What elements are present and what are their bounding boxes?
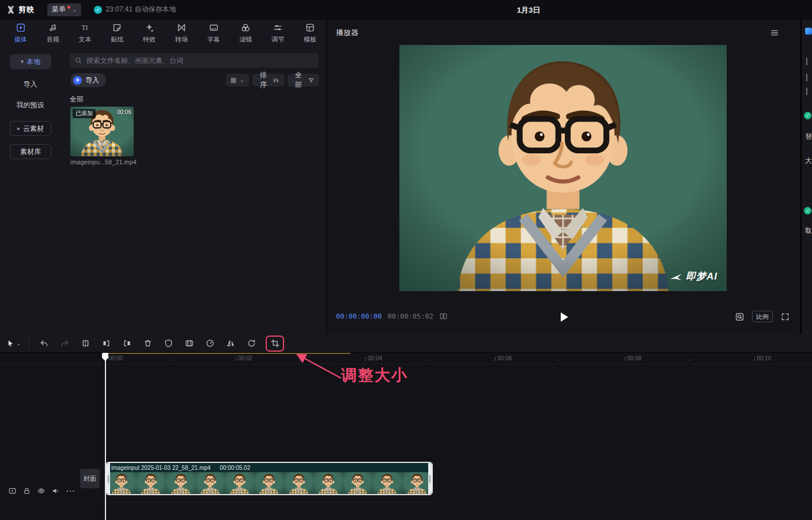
filters-icon <box>240 22 251 33</box>
app-name: 剪映 <box>18 5 35 15</box>
rotate-button[interactable] <box>245 337 258 350</box>
filmstrip-frame <box>195 472 225 495</box>
playhead[interactable] <box>105 353 106 520</box>
speed-clock-icon <box>205 338 215 348</box>
tick-icon <box>625 357 625 360</box>
view-mode-button[interactable]: ⌄ <box>226 74 249 86</box>
top-bar: 剪映 菜单 ⌄ ✓ 23:07:41 自动保存本地 1月3日 <box>0 0 812 20</box>
freeze-frame-button[interactable] <box>183 337 195 350</box>
nav-asset-library[interactable]: 素材库 <box>10 144 51 159</box>
tab-label: 调节 <box>271 35 284 44</box>
track-preview-icon[interactable] <box>8 487 17 495</box>
search-bar <box>69 53 319 68</box>
chevron-right-icon: ▸ <box>17 126 20 131</box>
tick-icon <box>754 357 755 360</box>
chevron-down-icon: ⌄ <box>72 7 77 13</box>
clip-list-icon[interactable] <box>439 312 448 321</box>
jimeng-logo-icon <box>670 272 682 281</box>
track-controls: ⋯ <box>0 474 78 507</box>
nav-presets[interactable]: 我的预设 <box>0 97 61 112</box>
tab-effects[interactable]: 特效 <box>133 20 165 46</box>
delete-left-button[interactable] <box>100 337 112 350</box>
cover-button[interactable]: 封面 <box>80 469 100 488</box>
tab-label: 字幕 <box>207 35 220 44</box>
rotate-icon <box>247 338 256 348</box>
select-tool[interactable]: ⌄ <box>6 339 21 348</box>
video-preview[interactable]: 即梦AI <box>399 45 727 291</box>
tab-captions[interactable]: 字幕 <box>198 20 230 46</box>
preview-quality-icon[interactable] <box>735 312 745 322</box>
split-button[interactable] <box>79 337 92 350</box>
more-icon[interactable]: ⋯ <box>66 485 75 496</box>
media-thumbnail-card[interactable]: 已添加 00:06 <box>70 107 134 156</box>
menu-button[interactable]: 菜单 ⌄ <box>47 3 81 16</box>
search-input[interactable] <box>86 56 314 65</box>
library-content: + 导入 ⌄ 排序 全部 全部 已添加 00:06 imageinpu...58 <box>61 46 326 334</box>
checkbox-checked-icon[interactable]: ✓ <box>804 112 811 119</box>
video-frame <box>399 45 727 291</box>
mirror-button[interactable] <box>224 337 237 350</box>
capcut-logo-icon <box>6 5 15 14</box>
sticker-icon <box>112 22 122 33</box>
fullscreen-icon[interactable] <box>780 312 790 322</box>
sort-button[interactable]: 排序 <box>252 74 284 86</box>
panel-tab-icon <box>805 28 812 35</box>
checkbox-checked-icon[interactable]: ✓ <box>804 207 811 214</box>
plus-icon: + <box>73 76 82 85</box>
templates-icon <box>305 22 315 33</box>
audio-icon <box>48 22 58 33</box>
delete-button[interactable] <box>141 337 154 350</box>
redo-icon <box>60 338 70 348</box>
tab-adjust[interactable]: 调节 <box>262 20 294 46</box>
play-button[interactable] <box>557 310 571 324</box>
project-date: 1月3日 <box>517 5 540 16</box>
panel-label-fragment: 替 <box>805 132 812 142</box>
timeline-clip[interactable]: imageinput 2025-01-03 22_58_21.mp4 00:00… <box>105 462 433 495</box>
undo-button[interactable] <box>37 337 50 350</box>
import-button[interactable]: + 导入 <box>70 73 106 87</box>
total-duration: 00:00:05:02 <box>387 312 433 321</box>
trim-handle-right[interactable] <box>428 463 432 494</box>
ruler-minor-ticks <box>105 360 812 361</box>
delete-right-button[interactable] <box>120 337 133 350</box>
redo-button[interactable] <box>58 337 71 350</box>
nav-cloud-assets[interactable]: ▸ 云素材 <box>10 121 51 136</box>
tab-label: 媒体 <box>14 35 27 44</box>
adjust-icon <box>273 22 283 33</box>
nav-library-label: 素材库 <box>20 147 41 157</box>
search-icon <box>74 56 82 65</box>
mirror-icon <box>226 338 236 348</box>
svg-text:TI: TI <box>82 24 88 32</box>
import-label: 导入 <box>85 76 99 85</box>
tab-media[interactable]: 媒体 <box>5 20 37 46</box>
ruler-label: 00:06 <box>497 355 512 361</box>
divider <box>0 502 812 503</box>
mask-button[interactable] <box>162 337 175 350</box>
tab-audio[interactable]: 音频 <box>37 20 69 46</box>
eye-icon[interactable] <box>37 487 46 495</box>
ratio-button[interactable]: 比例 <box>752 311 773 322</box>
nav-local[interactable]: ▾ 本地 <box>10 54 51 69</box>
autosave-status: ✓ 23:07:41 自动保存本地 <box>94 5 176 14</box>
delete-left-icon <box>101 338 111 348</box>
section-header: 全部 <box>70 95 84 104</box>
lock-icon[interactable] <box>22 487 31 495</box>
tab-sticker[interactable]: 贴纸 <box>101 20 133 46</box>
filter-label: 全部 <box>292 70 305 90</box>
tab-templates[interactable]: 模板 <box>294 20 326 46</box>
tab-filters[interactable]: 滤镜 <box>230 20 262 46</box>
tab-transition[interactable]: 转场 <box>165 20 198 46</box>
app-logo: 剪映 <box>6 5 35 15</box>
trim-handle-left[interactable] <box>107 463 110 494</box>
filmstrip-frame <box>254 472 284 495</box>
nav-import-label: 导入 <box>24 80 37 89</box>
speed-button[interactable] <box>203 337 216 350</box>
hamburger-menu-icon[interactable] <box>769 28 780 38</box>
mute-icon[interactable] <box>51 487 60 495</box>
tab-text[interactable]: TI 文本 <box>69 20 101 46</box>
chevron-down-icon: ⌄ <box>16 341 21 346</box>
tick-icon <box>236 357 236 360</box>
filter-button[interactable]: 全部 <box>288 74 319 86</box>
nav-import[interactable]: 导入 <box>0 77 61 92</box>
nav-cloud-label: 云素材 <box>23 124 44 134</box>
